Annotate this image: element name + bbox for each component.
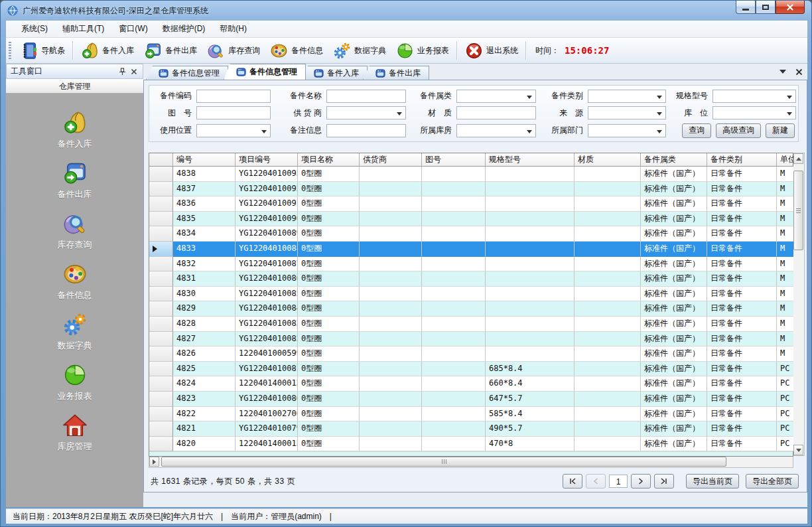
column-header-unit[interactable]: 单位	[777, 153, 794, 166]
cell-code[interactable]: YG12204010080	[236, 392, 298, 407]
toolbar-button-data-dict[interactable]: 数据字典	[328, 39, 391, 62]
column-header-id[interactable]: 编号	[173, 153, 236, 166]
cell-supplier[interactable]	[360, 376, 422, 392]
cell-supplier[interactable]	[360, 362, 422, 377]
toolbar-button-parts-in[interactable]: 备件入库	[76, 39, 139, 62]
cell-code[interactable]: YG12204010084	[236, 301, 298, 317]
cell-drawing[interactable]	[422, 196, 486, 212]
cell-type[interactable]: 日常备件	[707, 301, 777, 317]
cell-code[interactable]: 1220401400012	[236, 376, 298, 392]
cell-id[interactable]: 4831	[173, 271, 236, 287]
location-select[interactable]	[712, 106, 796, 119]
cell-name[interactable]: 0型圈	[298, 421, 360, 437]
row-selector[interactable]	[149, 242, 173, 257]
cell-supplier[interactable]	[360, 392, 422, 407]
cell-drawing[interactable]	[422, 332, 486, 347]
cell-id[interactable]: 4834	[173, 226, 236, 242]
row-selector[interactable]	[149, 167, 173, 182]
cell-name[interactable]: 0型圈	[298, 346, 360, 362]
cell-supplier[interactable]	[360, 167, 422, 182]
cell-category[interactable]: 标准件（国产）	[641, 392, 707, 407]
cell-category[interactable]: 标准件（国产）	[641, 226, 707, 242]
row-selector[interactable]	[149, 362, 173, 377]
cell-drawing[interactable]	[422, 301, 486, 317]
cell-material[interactable]	[575, 242, 641, 257]
prev-page-button[interactable]	[586, 474, 606, 489]
page-number-input[interactable]: 1	[609, 475, 628, 488]
vertical-scroll-thumb[interactable]	[793, 171, 803, 250]
cell-spec[interactable]	[486, 301, 575, 317]
cell-material[interactable]	[575, 332, 641, 347]
toolbar-button-parts-info[interactable]: 备件信息	[265, 39, 328, 62]
column-header-drawing[interactable]: 图号	[422, 153, 486, 166]
last-page-button[interactable]	[654, 474, 674, 489]
cell-supplier[interactable]	[360, 332, 422, 347]
cell-id[interactable]: 4838	[173, 167, 236, 182]
cell-material[interactable]	[575, 287, 641, 302]
table-row[interactable]: 482412204014000120型圈660*8.4标准件（国产）日常备件PC	[149, 376, 793, 392]
cell-material[interactable]	[575, 196, 641, 212]
cell-drawing[interactable]	[422, 437, 486, 452]
cell-drawing[interactable]	[422, 271, 486, 287]
cell-drawing[interactable]	[422, 182, 486, 197]
table-row[interactable]: 4821YG122040100790型圈490*5.7标准件（国产）日常备件PC	[149, 421, 793, 437]
cell-material[interactable]	[575, 257, 641, 272]
cell-drawing[interactable]	[422, 346, 486, 362]
tab-parts-info-mgmt-1[interactable]: 备件信息管理	[146, 66, 228, 80]
table-row[interactable]: 4836YG122040100910型圈标准件（国产）日常备件M	[149, 196, 793, 212]
remark-input[interactable]	[326, 124, 406, 137]
department-select[interactable]	[588, 124, 666, 137]
cell-id[interactable]: 4837	[173, 182, 236, 197]
cell-type[interactable]: 日常备件	[707, 167, 777, 182]
table-row[interactable]: 482612204010005990型圈标准件（国产）日常备件M	[149, 346, 793, 362]
cell-spec[interactable]: 685*8.4	[486, 362, 575, 377]
cell-id[interactable]: 4822	[173, 407, 236, 422]
cell-type[interactable]: 日常备件	[707, 421, 777, 437]
sidebar-item-warehouse[interactable]: 库房管理	[58, 412, 92, 453]
cell-spec[interactable]	[486, 242, 575, 257]
cell-name[interactable]: 0型圈	[298, 196, 360, 212]
sidebar-item-parts-out[interactable]: 备件出库	[58, 160, 92, 200]
row-selector[interactable]	[149, 257, 173, 272]
cell-material[interactable]	[575, 167, 641, 182]
cell-unit[interactable]: PC	[777, 376, 794, 392]
cell-id[interactable]: 4824	[173, 376, 236, 392]
table-row[interactable]: 4830YG122040100850型圈标准件（国产）日常备件M	[149, 287, 793, 302]
cell-material[interactable]	[575, 317, 641, 332]
cell-name[interactable]: 0型圈	[298, 271, 360, 287]
column-header-code[interactable]: 项目编号	[236, 153, 298, 166]
source-select[interactable]	[588, 106, 666, 119]
row-selector[interactable]	[149, 376, 173, 392]
cell-unit[interactable]: PC	[777, 421, 794, 437]
cell-type[interactable]: 日常备件	[707, 182, 777, 197]
cell-material[interactable]	[575, 346, 641, 362]
cell-category[interactable]: 标准件（国产）	[641, 271, 707, 287]
cell-code[interactable]: YG12204010092	[236, 182, 298, 197]
table-row[interactable]: 4825YG122040100810型圈685*8.4标准件（国产）日常备件PC	[149, 362, 793, 377]
cell-material[interactable]	[575, 212, 641, 227]
cell-drawing[interactable]	[422, 376, 486, 392]
scroll-up-arrow[interactable]	[793, 153, 803, 164]
cell-spec[interactable]: 647*5.7	[486, 392, 575, 407]
cell-spec[interactable]: 490*5.7	[486, 421, 575, 437]
cell-drawing[interactable]	[422, 407, 486, 422]
cell-supplier[interactable]	[360, 301, 422, 317]
cell-supplier[interactable]	[360, 346, 422, 362]
cell-id[interactable]: 4835	[173, 212, 236, 227]
cell-id[interactable]: 4836	[173, 196, 236, 212]
supplier-select[interactable]	[326, 106, 406, 119]
table-row[interactable]: 4835YG122040100900型圈标准件（国产）日常备件M	[149, 212, 793, 227]
cell-name[interactable]: 0型圈	[298, 317, 360, 332]
cell-category[interactable]: 标准件（国产）	[641, 407, 707, 422]
cell-supplier[interactable]	[360, 212, 422, 227]
sidebar-item-parts-in[interactable]: 备件入库	[58, 110, 92, 150]
cell-category[interactable]: 标准件（国产）	[641, 212, 707, 227]
cell-code[interactable]: YG12204010087	[236, 257, 298, 272]
table-row[interactable]: 482012204014000130型圈470*8标准件（国产）日常备件PC	[149, 437, 793, 452]
drawing-no-input[interactable]	[196, 106, 271, 119]
cell-drawing[interactable]	[422, 421, 486, 437]
table-row[interactable]: 4823YG122040100800型圈647*5.7标准件（国产）日常备件PC	[149, 392, 793, 407]
tab-close-icon[interactable]	[794, 67, 803, 76]
cell-category[interactable]: 标准件（国产）	[641, 332, 707, 347]
menu-item-data-maintain[interactable]: 数据维护(D)	[155, 20, 213, 38]
